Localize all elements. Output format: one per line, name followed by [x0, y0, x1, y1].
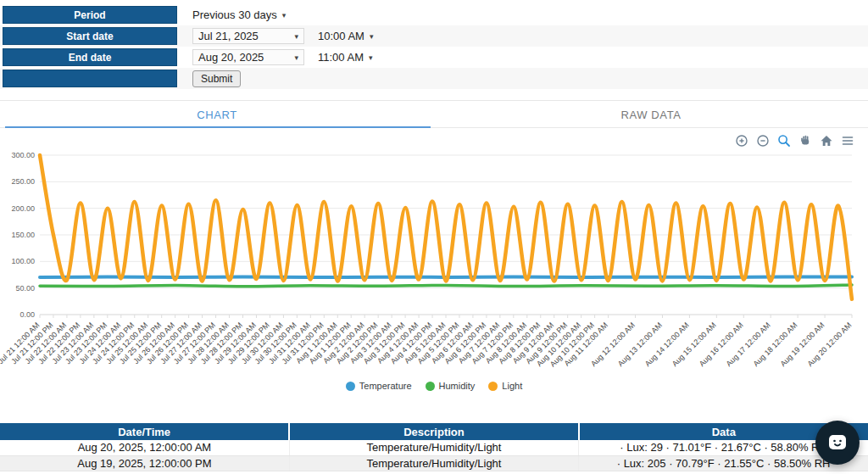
end-time-value: 11:00 AM: [318, 51, 364, 64]
caret-down-icon: ▾: [370, 32, 374, 41]
selection-zoom-icon[interactable]: [776, 133, 791, 148]
chart-panel: 300.00250.00200.00150.00100.0050.000.00J…: [0, 128, 868, 394]
y-axis-label: 200.00: [11, 204, 35, 213]
table-cell: Aug 20, 2025, 12:00:00 AM: [0, 440, 289, 455]
submit-button[interactable]: Submit: [192, 70, 241, 87]
end-date-value: Aug 20, 2025: [198, 51, 264, 64]
caret-down-icon: ▾: [282, 11, 287, 20]
menu-icon[interactable]: [840, 133, 854, 148]
legend-marker-icon: [488, 382, 498, 391]
start-date-input[interactable]: Jul 21, 2025 ▾: [192, 28, 304, 44]
y-axis-label: 300.00: [11, 151, 35, 159]
legend-label: Light: [502, 381, 522, 391]
empty-header-cell: [3, 70, 177, 87]
chat-smiley-icon: [826, 432, 849, 454]
tab-bar: CHART RAW DATA: [0, 100, 868, 128]
start-time-select[interactable]: 10:00 AM ▾: [318, 30, 373, 42]
query-form: Period Previous 30 days ▾ Start date Jul…: [0, 0, 868, 89]
chart-svg[interactable]: 300.00250.00200.00150.00100.0050.000.00J…: [4, 148, 860, 379]
legend-item-light[interactable]: Light: [488, 381, 522, 391]
table-cell: Temperature/Humidity/Light: [289, 455, 578, 471]
y-axis-label: 50.00: [15, 284, 35, 293]
chart-toolbar: [0, 128, 868, 148]
legend-label: Humidity: [439, 381, 476, 391]
y-axis-label: 150.00: [11, 231, 35, 239]
period-select-value: Previous 30 days: [192, 8, 277, 21]
chart-legend: TemperatureHumidityLight: [0, 377, 868, 394]
tab-raw-data[interactable]: RAW DATA: [434, 101, 868, 128]
reset-zoom-home-icon[interactable]: [819, 133, 833, 148]
legend-marker-icon: [346, 382, 355, 391]
caret-down-icon: ▾: [294, 53, 298, 62]
submit-row: Submit: [0, 68, 868, 89]
table-header-cell: Description: [289, 423, 578, 440]
legend-label: Temperature: [359, 381, 412, 391]
active-tab-underline: [5, 126, 431, 128]
period-label: Period: [3, 6, 177, 24]
readings-table: Date/TimeDescriptionData Aug 20, 2025, 1…: [0, 423, 868, 471]
zoom-out-icon[interactable]: [755, 133, 770, 148]
y-axis-label: 100.00: [11, 257, 35, 265]
legend-item-temperature[interactable]: Temperature: [346, 381, 412, 391]
table-header-cell: Date/Time: [0, 423, 289, 440]
caret-down-icon: ▾: [294, 32, 298, 41]
period-select[interactable]: Previous 30 days ▾: [192, 8, 286, 21]
start-time-value: 10:00 AM: [318, 30, 364, 42]
table-row: Aug 20, 2025, 12:00:00 AMTemperature/Hum…: [0, 440, 868, 455]
end-date-input[interactable]: Aug 20, 2025 ▾: [192, 49, 304, 65]
caret-down-icon: ▾: [369, 53, 373, 62]
table-cell: Aug 19, 2025, 12:00:00 PM: [0, 455, 289, 471]
y-axis-label: 250.00: [11, 177, 35, 186]
legend-item-humidity[interactable]: Humidity: [426, 381, 476, 391]
end-date-row: End date Aug 20, 2025 ▾ 11:00 AM ▾: [0, 47, 868, 68]
table-cell: Temperature/Humidity/Light: [289, 440, 578, 455]
pan-hand-icon[interactable]: [798, 133, 812, 148]
start-date-row: Start date Jul 21, 2025 ▾ 10:00 AM ▾: [0, 25, 868, 47]
series-line-humidity: [40, 285, 852, 287]
start-date-label: Start date: [3, 27, 177, 45]
readings-table-head: Date/TimeDescriptionData: [0, 423, 868, 440]
table-row: Aug 19, 2025, 12:00:00 PMTemperature/Hum…: [0, 455, 868, 471]
legend-marker-icon: [426, 382, 435, 391]
start-date-value: Jul 21, 2025: [198, 30, 259, 42]
chat-launcher-button[interactable]: [815, 421, 860, 465]
end-time-select[interactable]: 11:00 AM ▾: [318, 51, 373, 64]
end-date-label: End date: [3, 48, 177, 66]
zoom-in-icon[interactable]: [734, 133, 748, 148]
period-row: Period Previous 30 days ▾: [0, 4, 868, 25]
tab-chart[interactable]: CHART: [0, 101, 434, 128]
y-axis-label: 0.00: [19, 310, 35, 319]
